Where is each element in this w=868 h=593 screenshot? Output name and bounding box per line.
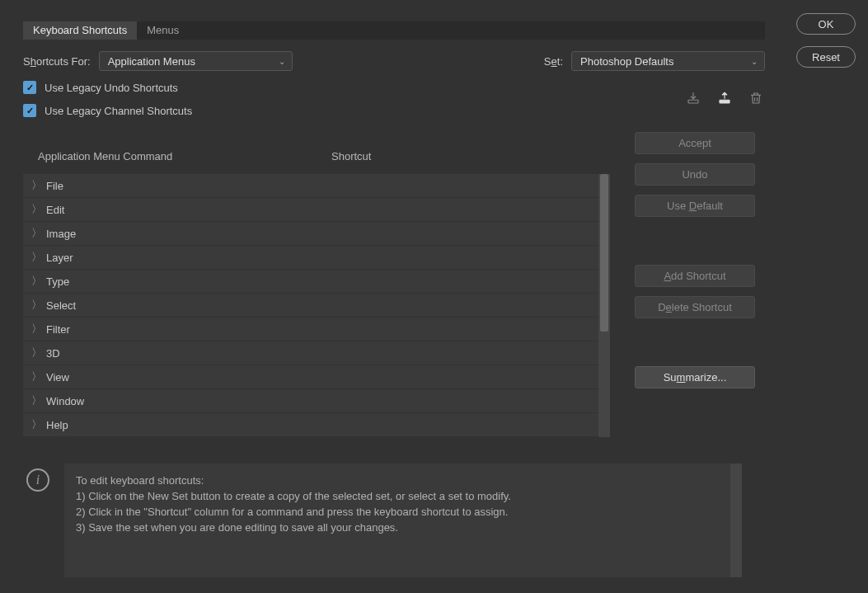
legacy-channel-label: Use Legacy Channel Shortcuts bbox=[45, 105, 192, 117]
legacy-channel-checkbox[interactable]: ✓ bbox=[23, 104, 36, 117]
svg-rect-0 bbox=[688, 100, 698, 103]
chevron-right-icon: 〉 bbox=[31, 226, 40, 241]
ok-button[interactable]: OK bbox=[796, 13, 856, 35]
list-item[interactable]: 〉View bbox=[23, 365, 598, 389]
info-scrollbar[interactable] bbox=[730, 464, 742, 577]
chevron-right-icon: 〉 bbox=[31, 250, 40, 265]
shortcuts-for-label: Shortcuts For: bbox=[23, 55, 91, 68]
chevron-right-icon: 〉 bbox=[31, 346, 40, 360]
delete-set-icon[interactable] bbox=[747, 89, 765, 107]
list-item[interactable]: 〉File bbox=[23, 174, 598, 198]
reset-button[interactable]: Reset bbox=[796, 46, 856, 68]
legacy-undo-label: Use Legacy Undo Shortcuts bbox=[45, 82, 178, 94]
info-icon: i bbox=[26, 468, 49, 492]
chevron-right-icon: 〉 bbox=[31, 417, 40, 432]
chevron-right-icon: 〉 bbox=[31, 369, 40, 384]
chevron-right-icon: 〉 bbox=[31, 178, 40, 193]
list-scrollbar[interactable] bbox=[598, 174, 610, 437]
info-text-box: To edit keyboard shortcuts: 1) Click on … bbox=[64, 464, 742, 577]
chevron-right-icon: 〉 bbox=[31, 202, 40, 217]
chevron-right-icon: 〉 bbox=[31, 393, 40, 408]
tabs-bar: Keyboard Shortcuts Menus bbox=[23, 21, 765, 40]
delete-shortcut-button[interactable]: Delete Shortcut bbox=[635, 296, 755, 318]
tab-menus[interactable]: Menus bbox=[137, 21, 189, 40]
summarize-button[interactable]: Summarize... bbox=[635, 366, 755, 388]
undo-button[interactable]: Undo bbox=[635, 163, 755, 186]
scrollbar-thumb[interactable] bbox=[600, 174, 608, 332]
set-dropdown[interactable]: Photoshop Defaults ⌄ bbox=[571, 51, 765, 71]
tab-keyboard-shortcuts[interactable]: Keyboard Shortcuts bbox=[23, 21, 137, 40]
list-item[interactable]: 〉Select bbox=[23, 294, 598, 318]
shortcuts-for-value: Application Menus bbox=[108, 55, 195, 68]
save-set-icon[interactable] bbox=[684, 89, 702, 107]
column-command: Application Menu Command bbox=[38, 150, 331, 162]
list-item[interactable]: 〉Edit bbox=[23, 198, 598, 222]
chevron-down-icon: ⌄ bbox=[751, 57, 758, 66]
new-set-icon[interactable] bbox=[716, 89, 734, 107]
list-item[interactable]: 〉Type bbox=[23, 270, 598, 294]
use-default-button[interactable]: Use Default bbox=[635, 195, 755, 217]
list-item[interactable]: 〉Layer bbox=[23, 246, 598, 270]
set-label: Set: bbox=[544, 55, 563, 68]
list-item[interactable]: 〉3D bbox=[23, 341, 598, 365]
list-item[interactable]: 〉Filter bbox=[23, 318, 598, 341]
chevron-right-icon: 〉 bbox=[31, 322, 40, 337]
shortcuts-for-dropdown[interactable]: Application Menus ⌄ bbox=[99, 51, 293, 71]
chevron-right-icon: 〉 bbox=[31, 274, 40, 289]
command-list: 〉File 〉Edit 〉Image 〉Layer 〉Type 〉Select … bbox=[23, 174, 598, 437]
set-value: Photoshop Defaults bbox=[580, 55, 673, 68]
list-item[interactable]: 〉Help bbox=[23, 413, 598, 437]
add-shortcut-button[interactable]: Add Shortcut bbox=[635, 265, 755, 287]
list-item[interactable]: 〉Image bbox=[23, 222, 598, 246]
list-item[interactable]: 〉Window bbox=[23, 389, 598, 413]
chevron-right-icon: 〉 bbox=[31, 298, 40, 313]
chevron-down-icon: ⌄ bbox=[279, 57, 285, 66]
legacy-undo-checkbox[interactable]: ✓ bbox=[23, 81, 36, 94]
svg-rect-1 bbox=[720, 100, 730, 103]
accept-button[interactable]: Accept bbox=[635, 132, 755, 154]
